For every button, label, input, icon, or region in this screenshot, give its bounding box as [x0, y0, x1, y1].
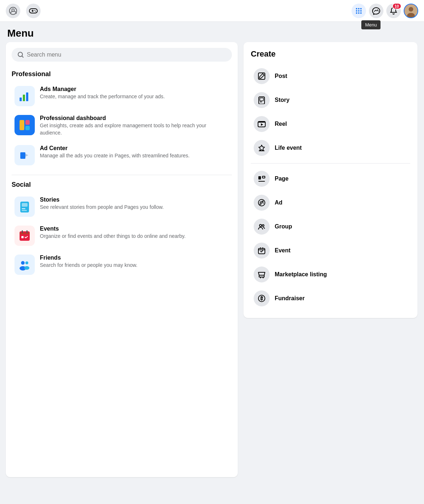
main-content: Professional Ads Manager Create, manage …	[0, 42, 424, 483]
svg-point-55	[260, 277, 261, 278]
svg-point-34	[21, 261, 25, 265]
social-section-header: Social	[12, 181, 232, 189]
svg-point-3	[34, 10, 35, 11]
right-panel: Create Post Story	[244, 42, 417, 318]
friends-title: Friends	[40, 255, 137, 261]
topbar-right: 10	[352, 4, 418, 18]
ad-center-desc: Manage all the ads you create in Pages, …	[40, 152, 190, 160]
create-fundraiser-label: Fundraiser	[275, 295, 305, 302]
svg-rect-30	[20, 233, 30, 234]
life-event-icon	[254, 140, 270, 156]
friends-icon	[14, 255, 35, 275]
professional-section-header: Professional	[12, 70, 232, 78]
gaming-icon-btn[interactable]	[26, 4, 41, 18]
page-create-icon	[254, 171, 270, 187]
svg-rect-28	[22, 210, 27, 211]
svg-rect-52	[258, 248, 265, 254]
svg-point-13	[360, 12, 362, 14]
menu-tooltip: Menu	[361, 20, 381, 29]
search-input[interactable]	[27, 51, 226, 58]
professional-dashboard-desc: Get insights, create ads and explore man…	[40, 122, 229, 136]
create-life-event-item[interactable]: Life event	[251, 136, 410, 160]
avatar-image	[404, 4, 417, 17]
svg-rect-24	[20, 152, 25, 159]
create-group-label: Group	[275, 223, 292, 230]
create-marketplace-item[interactable]: Marketplace listing	[251, 263, 410, 286]
svg-point-48	[260, 204, 261, 205]
svg-point-4	[35, 11, 36, 12]
svg-rect-53	[260, 247, 261, 249]
professional-dashboard-icon	[14, 115, 35, 135]
event-icon	[254, 243, 270, 259]
svg-rect-45	[258, 176, 261, 179]
professional-dashboard-item[interactable]: Professional dashboard Get insights, cre…	[12, 111, 232, 140]
svg-rect-41	[260, 102, 262, 102]
svg-rect-46	[262, 176, 265, 178]
user-avatar[interactable]	[404, 4, 418, 18]
create-event-item[interactable]: Event	[251, 239, 410, 262]
svg-rect-31	[22, 230, 23, 233]
post-icon	[254, 68, 270, 84]
svg-rect-40	[260, 98, 263, 101]
notification-badge: 10	[392, 3, 402, 9]
svg-rect-27	[22, 208, 25, 209]
events-desc: Organize or find events and other things…	[40, 233, 186, 240]
story-icon	[254, 92, 270, 108]
ads-manager-text: Ads Manager Create, manage and track the…	[40, 86, 165, 100]
ad-center-icon	[14, 145, 35, 165]
messenger-icon-btn[interactable]	[369, 4, 383, 18]
svg-point-9	[358, 10, 359, 12]
svg-point-12	[358, 12, 359, 14]
create-marketplace-label: Marketplace listing	[275, 271, 327, 278]
svg-point-15	[409, 7, 413, 12]
create-story-label: Story	[275, 97, 290, 103]
svg-point-37	[24, 266, 29, 270]
search-icon	[17, 51, 24, 58]
menu-icon-btn[interactable]	[352, 4, 366, 18]
create-page-item[interactable]: Page	[251, 167, 410, 190]
events-item[interactable]: Events Organize or find events and other…	[12, 222, 232, 249]
create-divider	[251, 163, 410, 164]
create-ad-label: Ad	[275, 199, 282, 206]
ad-center-text: Ad Center Manage all the ads you create …	[40, 145, 190, 160]
events-title: Events	[40, 226, 186, 232]
fundraiser-icon	[254, 290, 270, 306]
friends-text: Friends Search for friends or people you…	[40, 255, 137, 269]
professional-dashboard-title: Professional dashboard	[40, 115, 229, 121]
create-ad-item[interactable]: Ad	[251, 191, 410, 214]
ad-icon	[254, 195, 270, 211]
ad-center-item[interactable]: Ad Center Manage all the ads you create …	[12, 141, 232, 169]
create-group-item[interactable]: Group	[251, 215, 410, 238]
page-title: Menu	[0, 22, 424, 42]
svg-rect-32	[26, 230, 28, 233]
svg-rect-22	[25, 120, 30, 125]
svg-point-5	[356, 8, 357, 9]
stories-icon	[14, 197, 35, 217]
friends-desc: Search for friends or people you may kno…	[40, 262, 137, 269]
create-reel-label: Reel	[275, 121, 287, 127]
ads-manager-item[interactable]: Ads Manager Create, manage and track the…	[12, 82, 232, 110]
svg-point-7	[360, 8, 362, 9]
create-life-event-label: Life event	[275, 145, 302, 151]
create-reel-item[interactable]: Reel	[251, 112, 410, 136]
avatar-icon-btn[interactable]	[6, 4, 20, 18]
svg-point-10	[360, 10, 362, 12]
svg-rect-29	[20, 231, 30, 241]
svg-point-50	[259, 224, 262, 227]
svg-rect-43	[258, 121, 265, 123]
search-bar[interactable]	[12, 48, 232, 62]
friends-item[interactable]: Friends Search for friends or people you…	[12, 251, 232, 278]
stories-item[interactable]: Stories See relevant stories from people…	[12, 193, 232, 220]
create-story-item[interactable]: Story	[251, 88, 410, 112]
reel-icon	[254, 116, 270, 132]
topbar-left	[6, 4, 41, 18]
svg-rect-18	[20, 98, 22, 101]
create-post-item[interactable]: Post	[251, 65, 410, 88]
marketplace-icon	[254, 267, 270, 282]
svg-rect-19	[23, 95, 25, 101]
svg-point-6	[358, 8, 359, 9]
svg-rect-23	[25, 126, 30, 130]
left-panel: Professional Ads Manager Create, manage …	[6, 42, 238, 477]
create-fundraiser-item[interactable]: Fundraiser	[251, 287, 410, 310]
group-icon	[254, 219, 270, 235]
